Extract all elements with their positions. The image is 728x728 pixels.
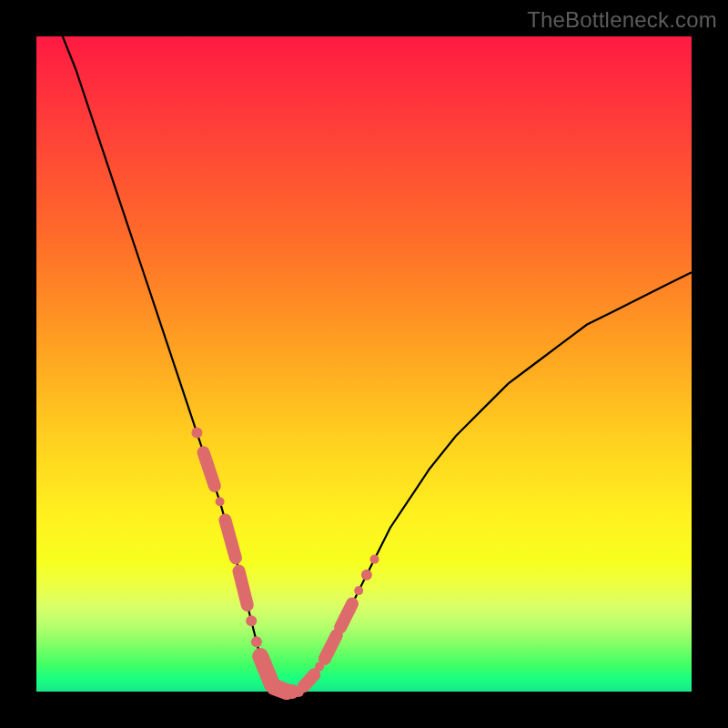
bead-right-pill bbox=[340, 604, 352, 628]
bead-right bbox=[370, 555, 379, 564]
bead-left bbox=[216, 497, 225, 506]
bottleneck-curve bbox=[63, 36, 692, 692]
curve-layer bbox=[36, 36, 692, 692]
bead-left-pill bbox=[225, 520, 236, 558]
bead-left-pill bbox=[239, 571, 248, 606]
chart-frame: TheBottleneck.com bbox=[0, 0, 728, 728]
bead-left bbox=[191, 428, 202, 439]
bead-left bbox=[251, 636, 262, 647]
attribution-text: TheBottleneck.com bbox=[527, 7, 717, 33]
bead-right-pill bbox=[304, 674, 315, 686]
bead-right-pill bbox=[325, 635, 337, 659]
bead-right bbox=[361, 570, 372, 581]
bead-left bbox=[246, 615, 257, 626]
bead-right bbox=[354, 586, 363, 595]
bead-group bbox=[191, 428, 379, 699]
bead-left-pill bbox=[204, 452, 215, 486]
plot-area bbox=[36, 36, 692, 692]
